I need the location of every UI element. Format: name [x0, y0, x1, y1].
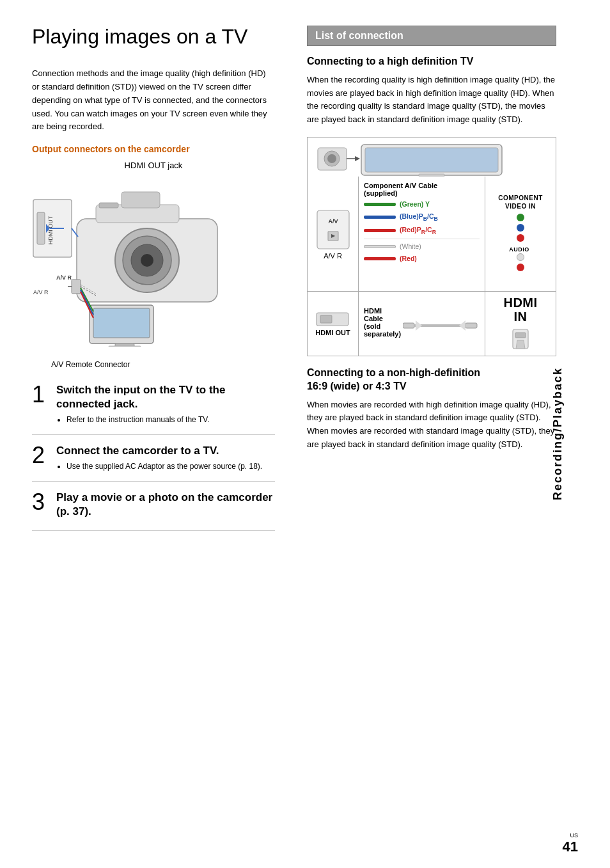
cable-green: (Green) Y: [364, 200, 480, 209]
hdmi-cable-cell: HDMI Cable(sold separately): [359, 292, 485, 356]
camera-illustration: HDMI OUT A/V R: [32, 174, 275, 353]
av-r-label: A/V R: [324, 252, 342, 260]
av-r-svg: A/V ▶: [314, 207, 352, 252]
cable-red-pr: (Red)PR/CR: [364, 225, 480, 236]
svg-point-29: [327, 154, 336, 163]
page-title: Playing images on a TV: [32, 26, 275, 48]
svg-rect-47: [515, 333, 526, 338]
dot-red-pr: [517, 234, 524, 242]
audio-label: AUDIO: [509, 246, 532, 253]
right-column: List of connection Connecting to a high …: [294, 0, 569, 868]
page-number-small: US: [563, 832, 578, 839]
step-3-title: Play a movie or a photo on the camcorder…: [56, 491, 275, 519]
av-remote-connector-cell: A/V ▶ A/V R: [308, 177, 359, 291]
side-tab: Recording/Playback: [546, 0, 569, 868]
svg-rect-43: [465, 323, 477, 328]
output-connectors-heading: Output connectors on the camcorder: [32, 144, 275, 154]
high-def-body: When the recording quality is high defin…: [307, 74, 556, 127]
camera-svg: HDMI OUT A/V R: [32, 180, 275, 347]
cable-white-audio: (White): [364, 242, 480, 251]
side-tab-text: Recording/Playback: [551, 367, 565, 500]
av-remote-label: A/V Remote Connector: [51, 359, 275, 370]
step-3-number: 3: [32, 491, 50, 514]
hdmi-cable-label: HDMI Cable(sold separately): [364, 307, 403, 338]
svg-point-9: [141, 254, 153, 267]
page: Playing images on a TV Connection method…: [0, 0, 610, 868]
cable-blue: (Blue)PB/CB: [364, 212, 480, 223]
left-column: Playing images on a TV Connection method…: [0, 0, 294, 868]
hdmi-out-svg: [315, 310, 350, 329]
svg-rect-12: [99, 203, 118, 208]
step-2-number: 2: [32, 444, 50, 467]
svg-marker-45: [459, 320, 465, 331]
component-connection-row: A/V ▶ A/V R Component A/V Cable(supplied…: [308, 177, 556, 292]
svg-text:▶: ▶: [331, 233, 336, 239]
step-3: 3 Play a movie or a photo on the camcord…: [32, 491, 275, 531]
cable-red-audio: (Red): [364, 254, 480, 264]
svg-rect-33: [365, 148, 498, 172]
hdmi-cable-svg: [403, 320, 480, 331]
svg-text:A/V R: A/V R: [33, 289, 49, 296]
step-1-body: Refer to the instruction manuals of the …: [56, 414, 275, 425]
component-video-in-label: COMPONENTVIDEO IN: [498, 194, 543, 210]
component-video-in-cell: COMPONENTVIDEO IN AUDIO: [485, 177, 556, 291]
svg-text:A/V R: A/V R: [56, 274, 72, 281]
high-def-heading: Connecting to a high definition TV: [307, 55, 556, 68]
dot-white-audio: [517, 253, 524, 261]
svg-rect-19: [93, 308, 150, 338]
hdmi-in-cell: HDMIIN: [485, 292, 556, 356]
hdmi-in-label: HDMIIN: [503, 296, 537, 324]
hdmi-out-label: HDMI OUT: [315, 329, 350, 337]
steps-list: 1 Switch the input on the TV to the conn…: [32, 383, 275, 531]
svg-rect-41: [403, 323, 414, 328]
intro-text: Connection methods and the image quality…: [32, 67, 275, 134]
non-high-def-body: When movies are recorded with high defin…: [307, 398, 556, 452]
svg-rect-2: [37, 212, 45, 244]
hdmi-port-svg: [511, 326, 530, 352]
step-2: 2 Connect the camcorder to a TV. Use the…: [32, 444, 275, 482]
page-number: 41: [563, 839, 578, 855]
svg-marker-44: [416, 320, 422, 331]
svg-rect-13: [72, 280, 81, 294]
tv-top-svg: [317, 141, 547, 177]
hdmi-connection-row: HDMI OUT HDMI Cable(sold separately): [308, 292, 556, 356]
dot-green: [517, 214, 524, 221]
svg-text:A/V: A/V: [328, 218, 338, 225]
component-cable-cell: Component A/V Cable(supplied) (Green) Y …: [359, 177, 485, 291]
hdmi-out-cell: HDMI OUT: [308, 292, 359, 356]
component-cable-label: Component A/V Cable(supplied): [364, 182, 480, 197]
dot-blue: [517, 224, 524, 232]
step-1: 1 Switch the input on the TV to the conn…: [32, 383, 275, 435]
svg-rect-40: [320, 315, 332, 323]
svg-marker-48: [516, 340, 525, 349]
step-1-title: Switch the input on the TV to the connec…: [56, 383, 275, 411]
svg-rect-11: [121, 192, 160, 208]
list-connection-header: List of connection: [307, 26, 556, 46]
hdmi-out-jack-label: HDMI OUT jack: [32, 161, 275, 170]
step-2-body: Use the supplied AC Adaptor as the power…: [56, 461, 262, 472]
step-2-title: Connect the camcorder to a TV.: [56, 444, 262, 458]
tv-illustration: [308, 138, 556, 177]
svg-rect-21: [109, 346, 141, 347]
page-number-area: US 41: [563, 832, 578, 855]
step-1-number: 1: [32, 383, 50, 406]
non-high-def-heading: Connecting to a non-high-definition16:9 …: [307, 367, 556, 393]
dot-red-audio: [517, 264, 524, 271]
svg-marker-31: [355, 156, 360, 161]
connection-diagram: A/V ▶ A/V R Component A/V Cable(supplied…: [307, 137, 556, 356]
svg-rect-35: [317, 210, 349, 249]
